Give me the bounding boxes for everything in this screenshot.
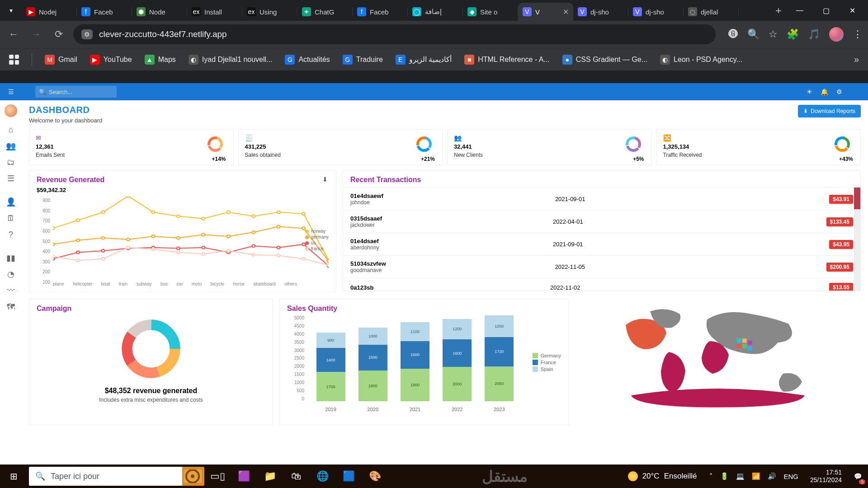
sidebar-toggle-icon[interactable]: ☰ <box>4 84 18 99</box>
bookmarks-overflow-icon[interactable]: » <box>854 54 859 65</box>
media-control-icon[interactable]: 🎵 <box>808 28 820 40</box>
bookmark-item[interactable]: Eأكاديمية الزيرو <box>396 55 452 65</box>
new-tab-button[interactable]: ＋ <box>770 2 787 19</box>
volume-icon[interactable]: 🔊 <box>768 472 776 480</box>
apps-icon[interactable] <box>9 55 19 65</box>
stat-change: +5% <box>633 156 644 162</box>
browser-menu-icon[interactable]: ⋮ <box>853 28 863 40</box>
rail-invoices[interactable]: ☰ <box>1 171 21 186</box>
action-center-icon[interactable]: 💬5 <box>847 465 868 488</box>
transaction-row[interactable]: 0315dsaaefjackdower 2022-04-01 $133.45 <box>343 211 860 233</box>
rail-team[interactable]: 👥 <box>1 138 21 154</box>
site-info-icon[interactable]: ⚙ <box>81 29 93 39</box>
battery-icon[interactable]: 🔋 <box>720 472 729 480</box>
tray-chevron-icon[interactable]: ˄ <box>709 472 713 480</box>
search-input[interactable]: 🔍 Search... <box>35 86 117 98</box>
svg-point-35 <box>327 260 329 263</box>
browser-tab[interactable]: fFaceb <box>77 3 132 21</box>
rail-line[interactable]: 〰 <box>1 283 21 298</box>
theme-icon[interactable]: ☀ <box>807 88 812 95</box>
window-minimize[interactable]: ― <box>787 0 813 21</box>
task-view-icon[interactable]: ▭▯ <box>204 465 231 488</box>
taskbar-clock[interactable]: 17:51 25/11/2024 <box>805 469 847 484</box>
system-tray[interactable]: ˄ 🔋 💻 📶 🔊 ENG <box>703 472 805 480</box>
chrome-icon[interactable]: 🌐 <box>309 465 335 488</box>
rail-pie[interactable]: ◔ <box>1 267 21 282</box>
browser-tab[interactable]: ◌djellal <box>684 3 739 21</box>
bookmark-item[interactable]: ◐Iyad Djellal1 nouvell... <box>189 55 273 65</box>
window-close[interactable]: ✕ <box>839 0 865 21</box>
tab-close-icon[interactable]: ✕ <box>563 8 569 16</box>
language-indicator[interactable]: ENG <box>783 473 798 480</box>
rail-profile[interactable]: 👤 <box>1 194 21 210</box>
bookmark-item[interactable]: MGmail <box>45 55 77 65</box>
svg-point-27 <box>127 238 130 241</box>
bookmark-item[interactable]: ▶YouTube <box>90 55 132 65</box>
url-input[interactable]: ⚙ clever-zuccutto-443ef7.netlify.app <box>73 24 716 44</box>
bookmark-item[interactable]: GTraduire <box>343 55 383 65</box>
svg-point-51 <box>127 246 130 249</box>
browser-tab[interactable]: ▶Nodej <box>22 3 77 21</box>
browser-tab[interactable]: Vdj-sho <box>573 3 628 21</box>
bookmark-star-icon[interactable]: ☆ <box>769 28 778 40</box>
start-button[interactable]: ⊞ <box>0 465 27 488</box>
settings-icon[interactable]: ⚙ <box>836 88 842 95</box>
file-explorer-icon[interactable]: 📁 <box>257 465 283 488</box>
stat-icon: 🔀 <box>663 134 854 141</box>
ms-store-icon[interactable]: 🛍 <box>283 465 309 488</box>
transaction-row[interactable]: 01e4dsaewfjohndoe 2021-09-01 $43.91 <box>343 188 860 211</box>
rail-faq[interactable]: ? <box>1 227 21 242</box>
transaction-row[interactable]: 0a123sb 2022-11-02 $13.55 <box>343 278 860 291</box>
bookmark-item[interactable]: ●CSS Gradient — Ge... <box>562 55 647 65</box>
browser-tab[interactable]: ◯إضافة <box>408 3 463 21</box>
nav-back[interactable]: ← <box>5 26 22 42</box>
copilot-icon[interactable]: 🟪 <box>231 465 257 488</box>
svg-point-46 <box>302 243 305 246</box>
rail-geo[interactable]: 🗺 <box>1 299 21 314</box>
tab-search-dropdown[interactable]: ▾ <box>3 2 19 19</box>
account-icon[interactable]: 👤 <box>850 88 858 95</box>
browser-tab[interactable]: ✦ChatG <box>297 3 353 21</box>
download-reports-button[interactable]: ⬇ Download Reports <box>798 105 861 117</box>
rail-contacts[interactable]: 🗂 <box>1 155 21 170</box>
extensions-icon[interactable]: 🧩 <box>787 28 799 40</box>
bookmark-item[interactable]: ■HTML Reference - A... <box>464 55 550 65</box>
stat-label: Traffic Received <box>663 152 854 158</box>
bookmark-item[interactable]: ◐Leon - PSD Agency... <box>660 55 742 65</box>
taskbar-search[interactable]: 🔍 Taper ici pour <box>29 467 174 486</box>
vscode-icon[interactable]: 🟦 <box>335 465 362 488</box>
profile-avatar[interactable] <box>829 27 844 42</box>
transaction-row[interactable]: 51034szvfewgoodmanave 2022-11-05 $200.95 <box>343 256 860 278</box>
nav-reload[interactable]: ⟳ <box>51 26 67 42</box>
user-avatar[interactable] <box>4 104 18 117</box>
transactions-scrollbar[interactable] <box>854 188 860 291</box>
rail-bar[interactable]: ▮▮ <box>1 250 21 266</box>
display-icon[interactable]: 💻 <box>736 472 745 480</box>
transaction-row[interactable]: 01e4dsaefaberdohnny 2021-09-01 $43.95 <box>343 233 860 256</box>
paint-icon[interactable]: 🎨 <box>362 465 388 488</box>
bookmark-item[interactable]: ▲Maps <box>145 55 176 65</box>
window-maximize[interactable]: ▢ <box>813 0 839 21</box>
browser-tab[interactable]: exInstall <box>187 3 242 21</box>
rail-dashboard[interactable]: ⌂ <box>1 122 21 137</box>
bookmark-item[interactable]: GActualités <box>285 55 330 65</box>
wifi-icon[interactable]: 📶 <box>752 472 760 480</box>
rail-calendar[interactable]: 🗓 <box>1 211 21 226</box>
transactions-list[interactable]: 01e4dsaewfjohndoe 2021-09-01 $43.910315d… <box>343 188 860 291</box>
revenue-download-icon[interactable]: ⬇ <box>322 176 328 183</box>
browser-tab[interactable]: exUsing <box>242 3 297 21</box>
weather-widget[interactable]: 20°C Ensoleillé <box>622 471 703 481</box>
browser-tab[interactable]: fFaceb <box>353 3 408 21</box>
notifications-icon[interactable]: 🔔 <box>821 88 828 95</box>
browser-tab[interactable]: ⬢Node <box>132 3 187 21</box>
zoom-icon[interactable]: 🔍 <box>747 28 760 40</box>
stat-ring-icon <box>834 136 850 152</box>
translate-icon[interactable]: 🅖 <box>728 28 738 40</box>
bar-segment: 1800 <box>359 371 387 401</box>
tx-id: 01e4dsaewf <box>350 192 383 199</box>
browser-tab[interactable]: VV✕ <box>518 3 573 21</box>
svg-point-56 <box>252 253 255 256</box>
browser-tab[interactable]: Vdj-sho <box>628 3 684 21</box>
browser-tab[interactable]: ◆Site o <box>463 3 518 21</box>
svg-point-24 <box>53 243 55 246</box>
